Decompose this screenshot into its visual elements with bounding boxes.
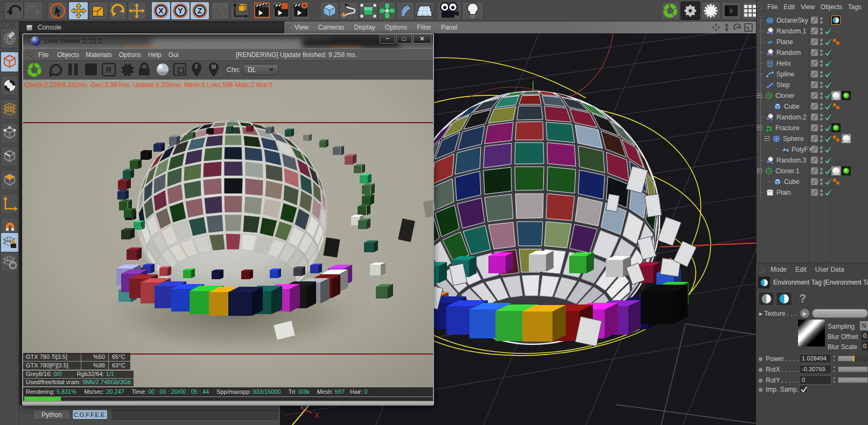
svg-text:Y: Y (178, 6, 183, 15)
svg-text:X: X (314, 411, 319, 419)
svg-text:R: R (106, 65, 112, 74)
svg-text:Z: Z (198, 6, 202, 15)
svg-text:PSR: PSR (213, 2, 228, 11)
svg-text:0: 0 (222, 11, 227, 19)
svg-text:F: F (195, 64, 198, 70)
svg-text:M: M (212, 64, 216, 70)
svg-text:X: X (158, 6, 164, 15)
svg-text:fx: fx (785, 150, 788, 154)
